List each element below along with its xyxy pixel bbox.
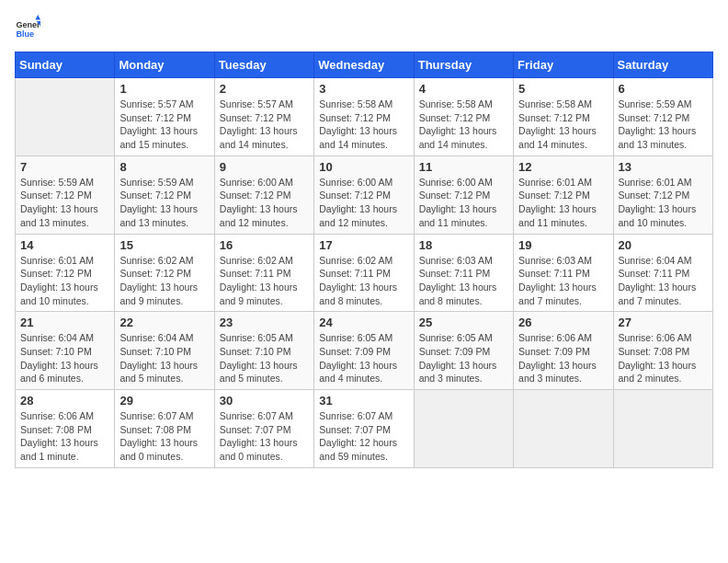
day-number: 18 [419,238,508,252]
calendar-cell: 31Sunrise: 6:07 AM Sunset: 7:07 PM Dayli… [314,390,414,468]
day-info: Sunrise: 6:06 AM Sunset: 7:08 PM Dayligh… [20,409,109,464]
day-number: 21 [20,316,109,329]
calendar-week-3: 14Sunrise: 6:01 AM Sunset: 7:12 PM Dayli… [16,234,713,312]
calendar-cell: 18Sunrise: 6:03 AM Sunset: 7:11 PM Dayli… [414,234,513,312]
svg-text:Blue: Blue [16,29,34,39]
day-number: 20 [619,238,708,252]
day-number: 17 [319,238,408,252]
calendar-cell: 7Sunrise: 5:59 AM Sunset: 7:12 PM Daylig… [16,155,115,234]
day-info: Sunrise: 6:07 AM Sunset: 7:07 PM Dayligh… [220,409,309,464]
svg-marker-2 [35,15,40,20]
page-header: General Blue [15,15,713,40]
day-number: 22 [119,316,209,329]
calendar-cell: 9Sunrise: 6:00 AM Sunset: 7:12 PM Daylig… [214,155,313,234]
day-number: 5 [518,82,608,96]
calendar-cell: 16Sunrise: 6:02 AM Sunset: 7:11 PM Dayli… [214,234,313,312]
day-number: 4 [419,82,508,96]
calendar-cell: 15Sunrise: 6:02 AM Sunset: 7:12 PM Dayli… [115,234,214,312]
calendar-cell [16,78,115,156]
day-info: Sunrise: 6:06 AM Sunset: 7:08 PM Dayligh… [619,331,708,385]
day-number: 6 [619,82,708,96]
day-info: Sunrise: 5:59 AM Sunset: 7:12 PM Dayligh… [619,98,708,152]
calendar-cell: 26Sunrise: 6:06 AM Sunset: 7:09 PM Dayli… [514,312,613,390]
calendar-cell: 21Sunrise: 6:04 AM Sunset: 7:10 PM Dayli… [16,312,115,390]
day-number: 27 [619,316,708,329]
calendar-cell: 11Sunrise: 6:00 AM Sunset: 7:12 PM Dayli… [414,155,513,234]
calendar-cell: 29Sunrise: 6:07 AM Sunset: 7:08 PM Dayli… [115,390,214,468]
day-info: Sunrise: 5:57 AM Sunset: 7:12 PM Dayligh… [220,98,309,152]
day-number: 29 [119,394,209,408]
calendar-cell: 14Sunrise: 6:01 AM Sunset: 7:12 PM Dayli… [16,234,115,312]
day-number: 16 [220,238,309,252]
calendar-cell [514,390,613,468]
calendar-cell: 22Sunrise: 6:04 AM Sunset: 7:10 PM Dayli… [115,312,214,390]
calendar-cell: 4Sunrise: 5:58 AM Sunset: 7:12 PM Daylig… [414,78,513,156]
calendar-week-4: 21Sunrise: 6:04 AM Sunset: 7:10 PM Dayli… [16,312,713,390]
day-info: Sunrise: 6:00 AM Sunset: 7:12 PM Dayligh… [419,176,508,230]
calendar-cell: 30Sunrise: 6:07 AM Sunset: 7:07 PM Dayli… [214,390,313,468]
day-info: Sunrise: 6:00 AM Sunset: 7:12 PM Dayligh… [220,176,309,230]
weekday-header-sunday: Sunday [16,52,115,78]
logo-icon: General Blue [15,15,40,40]
day-info: Sunrise: 6:06 AM Sunset: 7:09 PM Dayligh… [518,331,608,385]
svg-text:General: General [16,20,40,29]
day-info: Sunrise: 6:04 AM Sunset: 7:10 PM Dayligh… [119,331,209,385]
calendar-cell: 27Sunrise: 6:06 AM Sunset: 7:08 PM Dayli… [613,312,712,390]
weekday-header-monday: Monday [115,52,214,78]
day-number: 11 [419,160,508,174]
day-info: Sunrise: 6:03 AM Sunset: 7:11 PM Dayligh… [419,254,508,308]
day-number: 1 [119,82,209,96]
calendar-cell: 2Sunrise: 5:57 AM Sunset: 7:12 PM Daylig… [214,78,313,156]
day-info: Sunrise: 6:07 AM Sunset: 7:08 PM Dayligh… [119,409,209,464]
day-info: Sunrise: 6:03 AM Sunset: 7:11 PM Dayligh… [518,254,608,308]
day-number: 3 [319,82,408,96]
day-info: Sunrise: 6:01 AM Sunset: 7:12 PM Dayligh… [518,176,608,230]
weekday-header-row: SundayMondayTuesdayWednesdayThursdayFrid… [16,52,713,78]
day-info: Sunrise: 5:57 AM Sunset: 7:12 PM Dayligh… [119,98,209,152]
day-info: Sunrise: 6:05 AM Sunset: 7:09 PM Dayligh… [419,331,508,385]
day-number: 8 [119,160,209,174]
day-number: 2 [220,82,309,96]
day-number: 13 [619,160,708,174]
day-number: 24 [319,316,408,329]
day-info: Sunrise: 6:02 AM Sunset: 7:11 PM Dayligh… [220,254,309,308]
calendar-cell: 24Sunrise: 6:05 AM Sunset: 7:09 PM Dayli… [314,312,414,390]
day-number: 23 [220,316,309,329]
day-info: Sunrise: 6:04 AM Sunset: 7:11 PM Dayligh… [619,254,708,308]
calendar-cell: 20Sunrise: 6:04 AM Sunset: 7:11 PM Dayli… [613,234,712,312]
calendar-cell: 25Sunrise: 6:05 AM Sunset: 7:09 PM Dayli… [414,312,513,390]
calendar-table: SundayMondayTuesdayWednesdayThursdayFrid… [15,52,713,468]
day-info: Sunrise: 5:58 AM Sunset: 7:12 PM Dayligh… [518,98,608,152]
day-number: 31 [319,394,408,408]
calendar-cell: 1Sunrise: 5:57 AM Sunset: 7:12 PM Daylig… [115,78,214,156]
calendar-cell: 28Sunrise: 6:06 AM Sunset: 7:08 PM Dayli… [16,390,115,468]
day-info: Sunrise: 6:07 AM Sunset: 7:07 PM Dayligh… [319,409,408,464]
day-info: Sunrise: 5:58 AM Sunset: 7:12 PM Dayligh… [319,98,408,152]
day-number: 10 [319,160,408,174]
day-number: 28 [20,394,109,408]
day-number: 14 [20,238,109,252]
calendar-cell: 8Sunrise: 5:59 AM Sunset: 7:12 PM Daylig… [115,155,214,234]
calendar-cell: 12Sunrise: 6:01 AM Sunset: 7:12 PM Dayli… [514,155,613,234]
day-number: 12 [518,160,608,174]
calendar-body: 1Sunrise: 5:57 AM Sunset: 7:12 PM Daylig… [16,78,713,468]
calendar-cell: 5Sunrise: 5:58 AM Sunset: 7:12 PM Daylig… [514,78,613,156]
day-number: 19 [518,238,608,252]
calendar-cell: 23Sunrise: 6:05 AM Sunset: 7:10 PM Dayli… [214,312,313,390]
day-number: 26 [518,316,608,329]
day-number: 9 [220,160,309,174]
day-info: Sunrise: 6:02 AM Sunset: 7:11 PM Dayligh… [319,254,408,308]
calendar-cell: 6Sunrise: 5:59 AM Sunset: 7:12 PM Daylig… [613,78,712,156]
day-number: 7 [20,160,109,174]
calendar-header: SundayMondayTuesdayWednesdayThursdayFrid… [16,52,713,78]
weekday-header-saturday: Saturday [613,52,712,78]
weekday-header-tuesday: Tuesday [214,52,313,78]
day-number: 15 [119,238,209,252]
calendar-week-2: 7Sunrise: 5:59 AM Sunset: 7:12 PM Daylig… [16,155,713,234]
day-info: Sunrise: 5:58 AM Sunset: 7:12 PM Dayligh… [419,98,508,152]
day-info: Sunrise: 6:00 AM Sunset: 7:12 PM Dayligh… [319,176,408,230]
calendar-cell [613,390,712,468]
calendar-cell: 10Sunrise: 6:00 AM Sunset: 7:12 PM Dayli… [314,155,414,234]
logo: General Blue [15,15,40,40]
weekday-header-wednesday: Wednesday [314,52,414,78]
